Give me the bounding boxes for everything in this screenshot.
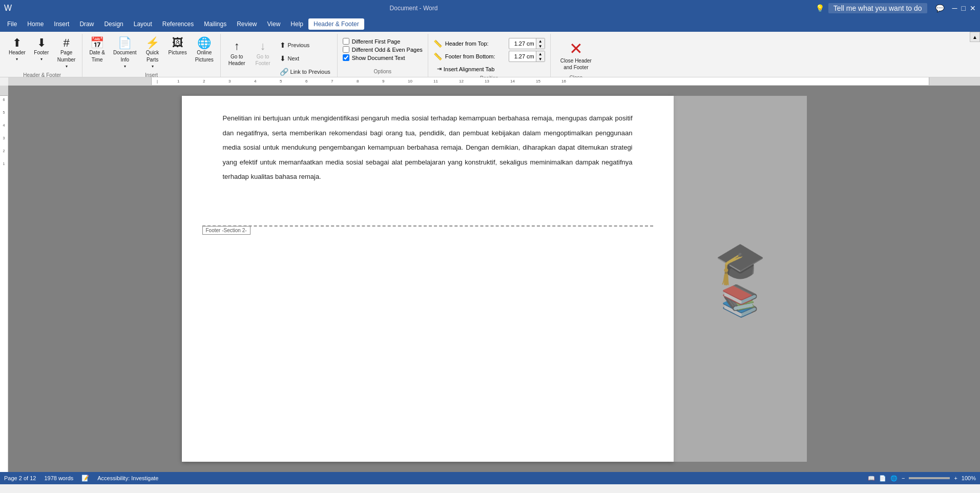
search-tell-me[interactable]: Tell me what you want to do [828, 3, 927, 13]
page-number-button[interactable]: # Page Number ▾ [54, 35, 79, 71]
menu-bar: File Home Insert Draw Design Layout Refe… [0, 16, 980, 32]
link-to-previous-button[interactable]: 🔗 Link to Previous [276, 66, 334, 78]
header-spin-up[interactable]: ▲ [536, 38, 545, 44]
prev-next-group: ⬆ Previous ⬇ Next 🔗 Link to Previous [276, 35, 334, 78]
ruler-num-5: 5 [280, 79, 282, 84]
go-to-footer-button[interactable]: ↓ Go to Footer [251, 37, 275, 69]
vertical-ruler: 6 5 4 3 2 1 [0, 86, 8, 472]
ruler-num-15: 15 [536, 79, 540, 84]
ribbon: ⬆ Header ▾ ⬇ Footer ▾ # Page Number ▾ He… [0, 32, 980, 77]
pictures-button[interactable]: 🖼 Pictures [165, 35, 191, 58]
track-changes-icon[interactable]: 📝 [81, 475, 89, 482]
ruler-num-6: 6 [305, 79, 307, 84]
title-bar-right: 💡 Tell me what you want to do 💬 ─ □ ✕ [816, 3, 976, 13]
view-print-icon[interactable]: 📄 [879, 475, 886, 482]
different-odd-even-checkbox[interactable]: Different Odd & Even Pages [343, 46, 423, 53]
view-read-icon[interactable]: 📖 [868, 475, 875, 482]
zoom-in-button[interactable]: + [954, 475, 957, 481]
date-time-icon: 📅 [90, 37, 104, 49]
watermark-area: 🎓 📚 [674, 96, 807, 462]
quick-parts-button[interactable]: ⚡ Quick Parts ▾ [141, 35, 164, 71]
header-from-top-spinner[interactable]: ▲ ▼ [509, 38, 545, 49]
footer-spin-up[interactable]: ▲ [536, 51, 545, 56]
document-body-text: Penelitian ini bertujuan untuk mengident… [223, 111, 633, 184]
menu-insert[interactable]: Insert [49, 18, 74, 30]
online-pictures-button[interactable]: 🌐 Online Pictures [192, 35, 217, 66]
menu-header-footer[interactable]: Header & Footer [308, 18, 364, 30]
show-document-text-checkbox[interactable]: Show Document Text [343, 54, 423, 61]
menu-help[interactable]: Help [285, 18, 308, 30]
minimize-icon[interactable]: ─ [952, 4, 957, 12]
menu-file[interactable]: File [2, 18, 22, 30]
menu-mailings[interactable]: Mailings [199, 18, 232, 30]
ruler-num-1: 1 [177, 79, 179, 84]
menu-draw[interactable]: Draw [74, 18, 99, 30]
lightbulb-icon[interactable]: 💡 [816, 4, 824, 12]
header-spin-down[interactable]: ▼ [536, 44, 545, 49]
accessibility-status[interactable]: Accessibility: Investigate [97, 475, 158, 481]
menu-references[interactable]: References [157, 18, 199, 30]
menu-view[interactable]: View [262, 18, 286, 30]
view-web-icon[interactable]: 🌐 [890, 475, 898, 482]
footer-section-label: Footer -Section 2- [202, 226, 251, 235]
v-ruler-scale: 6 5 4 3 2 1 [0, 96, 8, 472]
zoom-level[interactable]: 100% [962, 475, 976, 481]
header-icon: ⬆ [12, 37, 22, 49]
next-icon: ⬇ [280, 54, 286, 63]
horizontal-ruler: | 1 2 3 4 5 6 7 8 9 10 11 12 13 14 15 16 [8, 77, 980, 86]
quick-parts-dropdown-icon: ▾ [152, 64, 154, 69]
footer-spin-down[interactable]: ▼ [536, 56, 545, 61]
menu-review[interactable]: Review [232, 18, 262, 30]
ruler-right-indent [929, 77, 980, 85]
footer-button[interactable]: ⬇ Footer ▾ [30, 35, 53, 64]
ruler-num-3: 3 [228, 79, 231, 84]
next-button[interactable]: ⬇ Next [276, 52, 334, 65]
close-header-footer-button[interactable]: ✕ Close Header and Footer [554, 37, 598, 74]
document-page: Penelitian ini bertujuan untuk mengident… [182, 96, 674, 462]
different-first-page-input[interactable] [343, 38, 349, 45]
menu-layout[interactable]: Layout [129, 18, 157, 30]
footer-dropdown-icon: ▾ [40, 57, 43, 61]
zoom-slider[interactable] [909, 477, 950, 479]
footer-content-area[interactable] [202, 227, 653, 268]
footer-icon: ⬇ [37, 37, 46, 49]
show-document-text-input[interactable] [343, 54, 349, 61]
footer-section[interactable]: Footer -Section 2- [202, 225, 653, 268]
status-left: Page 2 of 12 1978 words 📝 Accessibility:… [4, 475, 158, 482]
header-spin-buttons: ▲ ▼ [536, 38, 545, 49]
footer-from-bottom-spinner[interactable]: ▲ ▼ [509, 51, 545, 62]
ruler-num-10: 10 [408, 79, 412, 84]
menu-design[interactable]: Design [99, 18, 128, 30]
page-number-dropdown-icon: ▾ [66, 64, 68, 69]
different-odd-even-input[interactable] [343, 46, 349, 53]
header-button[interactable]: ⬆ Header ▾ [5, 35, 29, 64]
ribbon-group-navigation: ↑ Go to Header ↓ Go to Footer ⬆ Previous [221, 34, 338, 77]
online-pictures-icon: 🌐 [197, 37, 211, 49]
page-and-watermark: Penelitian ini bertujuan untuk mengident… [182, 96, 807, 462]
document-area[interactable]: Penelitian ini bertujuan untuk mengident… [8, 86, 980, 472]
footer-spin-buttons: ▲ ▼ [536, 51, 545, 61]
header-from-top-input[interactable] [509, 40, 536, 47]
link-icon: 🔗 [280, 68, 288, 76]
zoom-out-button[interactable]: − [902, 475, 905, 481]
insert-alignment-tab-button[interactable]: ⇥ Insert Alignment Tab [433, 64, 545, 74]
insert-buttons: 📅 Date & Time 📄 Document Info ▾ ⚡ Quick … [86, 35, 217, 71]
chat-icon[interactable]: 💬 [935, 4, 944, 12]
status-right: 📖 📄 🌐 − + 100% [868, 475, 976, 482]
close-window-icon[interactable]: ✕ [970, 4, 976, 12]
doc-info-dropdown-icon: ▾ [124, 64, 126, 69]
ruler-num-7: 7 [331, 79, 333, 84]
v-ruler-top-margin [0, 86, 8, 96]
document-info-button[interactable]: 📄 Document Info ▾ [110, 35, 140, 71]
footer-from-bottom-input[interactable] [509, 53, 536, 60]
maximize-icon[interactable]: □ [962, 4, 966, 12]
collapse-ribbon-button[interactable]: ▲ [970, 32, 980, 42]
go-to-header-button[interactable]: ↑ Go to Header [224, 37, 250, 69]
date-time-button[interactable]: 📅 Date & Time [86, 35, 109, 66]
navigation-buttons: ↑ Go to Header ↓ Go to Footer ⬆ Previous [224, 35, 334, 78]
different-first-page-checkbox[interactable]: Different First Page [343, 38, 423, 45]
ribbon-group-options: Different First Page Different Odd & Eve… [338, 34, 428, 77]
previous-button[interactable]: ⬆ Previous [276, 39, 334, 51]
menu-home[interactable]: Home [22, 18, 49, 30]
main-area: 6 5 4 3 2 1 Penelitian ini bertujuan unt… [0, 86, 980, 472]
